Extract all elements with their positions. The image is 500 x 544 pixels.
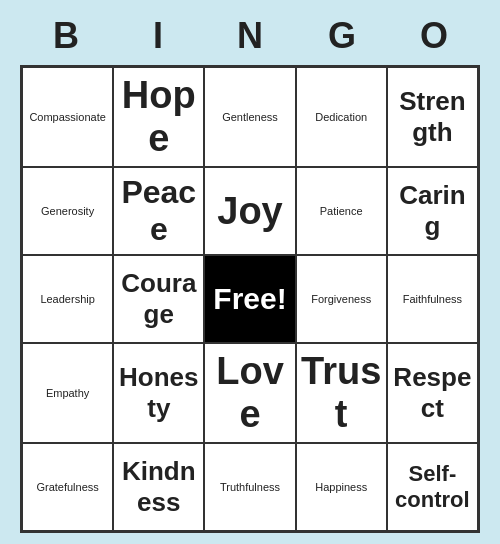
- cell-18: Trust: [296, 343, 387, 443]
- header-letter-B: B: [20, 11, 112, 61]
- cell-1: Hope: [113, 67, 204, 167]
- cell-21: Kindness: [113, 443, 204, 531]
- header-letter-N: N: [204, 11, 296, 61]
- cell-23: Happiness: [296, 443, 387, 531]
- cell-14: Faithfulness: [387, 255, 478, 343]
- cell-4: Strength: [387, 67, 478, 167]
- header-letter-I: I: [112, 11, 204, 61]
- cell-10: Leadership: [22, 255, 113, 343]
- cell-11: Courage: [113, 255, 204, 343]
- cell-7: Joy: [204, 167, 295, 255]
- cell-9: Caring: [387, 167, 478, 255]
- cell-19: Respect: [387, 343, 478, 443]
- bingo-header: BINGO: [20, 11, 480, 61]
- cell-15: Empathy: [22, 343, 113, 443]
- cell-13: Forgiveness: [296, 255, 387, 343]
- cell-22: Truthfulness: [204, 443, 295, 531]
- header-letter-O: O: [388, 11, 480, 61]
- cell-20: Gratefulness: [22, 443, 113, 531]
- cell-6: Peace: [113, 167, 204, 255]
- bingo-grid: CompassionateHopeGentlenessDedicationStr…: [20, 65, 480, 533]
- cell-3: Dedication: [296, 67, 387, 167]
- cell-0: Compassionate: [22, 67, 113, 167]
- bingo-card: BINGO CompassionateHopeGentlenessDedicat…: [10, 1, 490, 543]
- cell-16: Honesty: [113, 343, 204, 443]
- cell-24: Self-control: [387, 443, 478, 531]
- cell-17: Love: [204, 343, 295, 443]
- cell-12: Free!: [204, 255, 295, 343]
- cell-5: Generosity: [22, 167, 113, 255]
- cell-8: Patience: [296, 167, 387, 255]
- cell-2: Gentleness: [204, 67, 295, 167]
- header-letter-G: G: [296, 11, 388, 61]
